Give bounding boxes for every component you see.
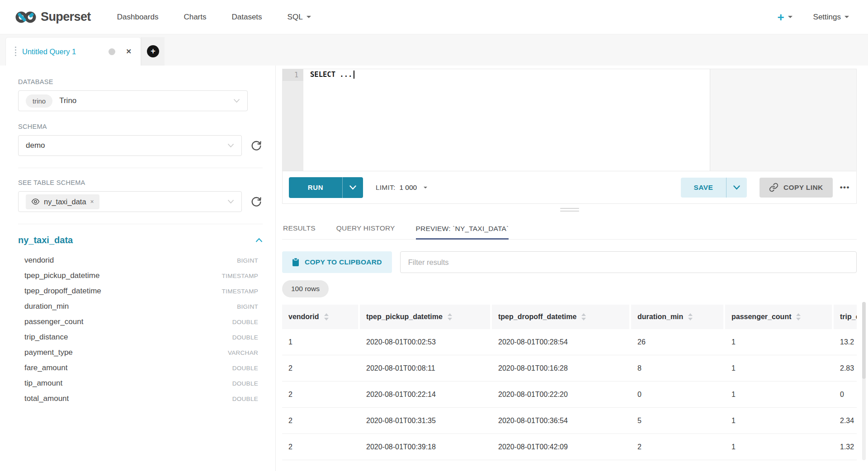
editor-gutter: 1 (283, 69, 303, 171)
tab-query-history[interactable]: QUERY HISTORY (336, 224, 395, 239)
run-button-group: RUN (289, 177, 363, 198)
chevron-down-icon (227, 199, 234, 204)
schema-column-row: trip_distanceDOUBLE (18, 330, 263, 345)
sql-lab-sidebar: DATABASE trino Trino SCHEMA demo (5, 66, 276, 471)
database-type-pill: trino (26, 94, 52, 108)
table-schema-browser: ny_taxi_data vendoridBIGINT tpep_pickup_… (18, 235, 263, 406)
table-select[interactable]: ny_taxi_data × (18, 191, 242, 212)
tab-results[interactable]: RESULTS (283, 224, 316, 239)
superset-brand[interactable]: Superset (15, 10, 91, 24)
table-row: 22020-08-01T00:31:352020-08-01T00:36:545… (282, 408, 857, 434)
new-item-menu[interactable]: + (777, 11, 792, 23)
sort-icon (688, 313, 693, 320)
eye-icon (31, 198, 40, 205)
unsaved-indicator (108, 48, 115, 55)
line-number: 1 (294, 71, 298, 79)
filter-results-input[interactable] (400, 251, 857, 273)
link-icon (769, 183, 778, 192)
table-row: 22020-08-01T00:39:182020-08-01T00:42:092… (282, 434, 857, 460)
sort-icon (581, 313, 586, 320)
caret-down-icon (424, 187, 427, 188)
schema-column-row: vendoridBIGINT (18, 253, 263, 268)
query-tab-label: Untitled Query 1 (22, 47, 103, 56)
table-row: 22020-08-01T00:22:142020-08-01T00:22:200… (282, 382, 857, 408)
save-options-button[interactable] (726, 178, 747, 198)
table-name-heading[interactable]: ny_taxi_data (18, 235, 73, 245)
copy-to-clipboard-button[interactable]: COPY TO CLIPBOARD (282, 251, 392, 273)
selected-table-name: ny_taxi_data (44, 198, 86, 206)
sort-icon (796, 313, 801, 320)
schema-column-row: duration_minBIGINT (18, 299, 263, 314)
clipboard-icon (292, 258, 299, 267)
table-header-row: vendorid tpep_pickup_datetime tpep_dropo… (282, 305, 857, 329)
table-schema-field: SEE TABLE SCHEMA ny_taxi_data × (18, 179, 263, 212)
more-actions-button[interactable]: ••• (840, 183, 850, 192)
copy-link-button[interactable]: COPY LINK (760, 178, 833, 198)
text-cursor (354, 71, 354, 79)
editor-code-area[interactable]: SELECT ... (303, 69, 856, 171)
sql-keyword: SELECT (310, 71, 335, 79)
limit-dropdown[interactable]: LIMIT: 1 000 (376, 184, 427, 192)
schema-column-row: tpep_pickup_datetimeTIMESTAMP (18, 268, 263, 283)
close-tab-icon[interactable]: ✕ (126, 47, 132, 56)
schema-column-row: payment_typeVARCHAR (18, 345, 263, 360)
sidebar-divider (18, 224, 263, 224)
remove-table-icon[interactable]: × (90, 198, 94, 205)
preview-data-table: vendorid tpep_pickup_datetime tpep_dropo… (282, 305, 857, 460)
column-header-vendorid[interactable]: vendorid (282, 305, 358, 329)
sort-icon (324, 313, 329, 320)
sql-editor-panel: 1 SELECT ... RUN LIMIT: 1 000 (276, 66, 868, 471)
schema-field: SCHEMA demo (18, 123, 263, 156)
settings-menu[interactable]: Settings (813, 13, 849, 22)
drag-handle-icon[interactable] (15, 47, 16, 57)
superset-logo-icon (15, 10, 36, 24)
add-tab-button[interactable]: + (147, 45, 159, 57)
caret-down-icon (788, 16, 793, 18)
limit-value: 1 000 (399, 184, 417, 192)
editor-toolbar: RUN LIMIT: 1 000 SAVE (282, 171, 857, 204)
results-scrollbar[interactable] (862, 302, 866, 460)
nav-datasets[interactable]: Datasets (232, 13, 262, 22)
refresh-tables-icon[interactable] (250, 195, 263, 208)
column-header-dropoff[interactable]: tpep_dropoff_datetime (492, 305, 629, 329)
caret-down-icon (844, 16, 849, 18)
tab-preview-ny-taxi-data[interactable]: PREVIEW: `NY_TAXI_DATA` (416, 225, 509, 240)
database-field: DATABASE trino Trino (18, 78, 263, 111)
save-button-group: SAVE (681, 178, 747, 198)
table-row: 12020-08-01T00:02:532020-08-01T00:28:542… (282, 329, 857, 355)
code-line: SELECT ... (303, 69, 856, 79)
schema-value: demo (26, 141, 45, 150)
collapse-chevron-up-icon[interactable] (255, 238, 263, 243)
selected-table-tag: ny_taxi_data × (26, 194, 99, 209)
main-content: DATABASE trino Trino SCHEMA demo (0, 66, 868, 471)
sql-code-editor[interactable]: 1 SELECT ... (282, 69, 857, 171)
table-row: 22020-08-01T00:08:112020-08-01T00:16:288… (282, 355, 857, 382)
schema-column-row: tip_amountDOUBLE (18, 376, 263, 391)
refresh-schema-icon[interactable] (250, 139, 263, 152)
chevron-down-icon (227, 143, 234, 148)
schema-label: SCHEMA (18, 123, 263, 130)
tab-untitled-query[interactable]: Untitled Query 1 ✕ (5, 37, 141, 66)
brand-title: Superset (41, 10, 91, 24)
schema-column-row: total_amountDOUBLE (18, 391, 263, 406)
save-button[interactable]: SAVE (681, 178, 726, 198)
nav-charts[interactable]: Charts (184, 13, 206, 22)
results-actions-row: COPY TO CLIPBOARD (282, 251, 857, 273)
plus-icon: + (777, 11, 784, 23)
schema-select[interactable]: demo (18, 135, 242, 156)
column-header-duration[interactable]: duration_min (631, 305, 723, 329)
nav-sql-menu[interactable]: SQL (288, 13, 311, 22)
navbar-right: + Settings (777, 11, 849, 23)
column-header-pickup[interactable]: tpep_pickup_datetime (360, 305, 490, 329)
run-options-button[interactable] (342, 177, 363, 198)
caret-down-icon (307, 16, 311, 18)
chevron-down-icon (233, 99, 240, 103)
column-header-passenger[interactable]: passenger_count (725, 305, 832, 329)
schema-column-row: tpep_dropoff_datetimeTIMESTAMP (18, 283, 263, 299)
panel-resize-handle[interactable] (282, 204, 857, 216)
nav-dashboards[interactable]: Dashboards (117, 13, 159, 22)
run-button[interactable]: RUN (289, 177, 342, 198)
column-header-trip-distance[interactable]: trip_distance (834, 305, 857, 329)
database-select[interactable]: trino Trino (18, 90, 248, 111)
sidebar-divider (18, 168, 263, 168)
